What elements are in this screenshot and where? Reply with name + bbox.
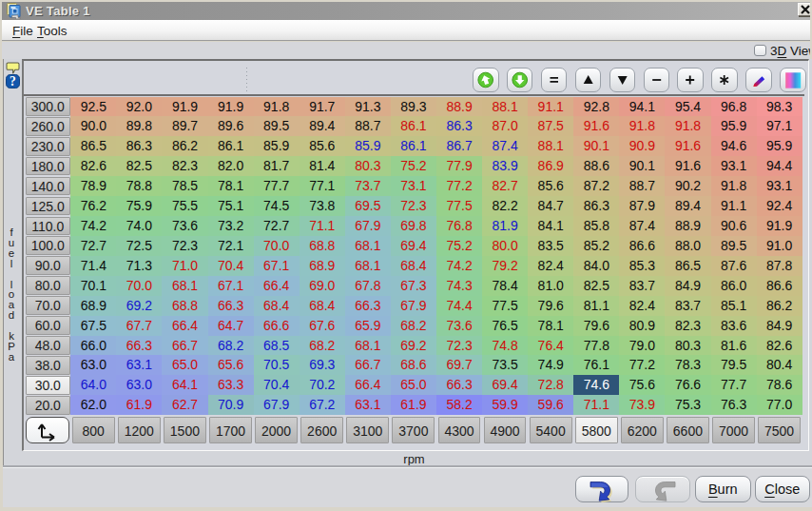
svg-text:?: ? [10, 74, 16, 88]
